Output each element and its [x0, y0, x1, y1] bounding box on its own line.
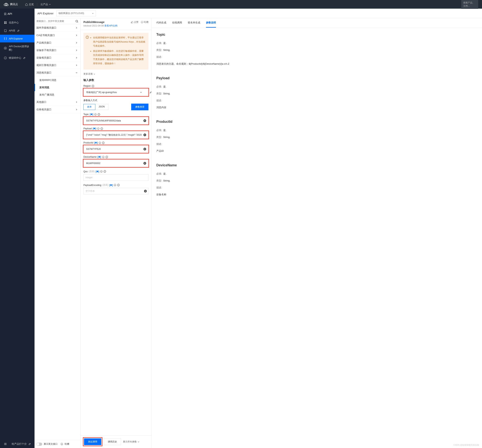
chevron-down-icon	[137, 441, 139, 443]
rate-strip[interactable]: 给产品打个分	[0, 440, 34, 448]
sidebar-item-api-doctor[interactable]: API Doctor(使用诊断)	[0, 42, 34, 54]
more-options[interactable]: 更多选项	[83, 72, 149, 76]
external-link-icon	[17, 30, 19, 32]
payloadencoding-input[interactable]	[83, 188, 149, 194]
api-list-panel: 固件升级相关接口CA证书相关接口产品相关接口设备影子相关接口设备相关接口规则引擎…	[34, 18, 80, 448]
info-icon[interactable]	[117, 184, 120, 186]
warning-line: 发起请求为敏感操作，在您进行敏感操作前，需要先完成身份验证以确保是您本人操作；该…	[93, 49, 146, 66]
menu-collapse-icon[interactable]	[4, 442, 7, 446]
clear-icon[interactable]	[143, 119, 146, 122]
sidebar-item-api-library[interactable]: API库	[0, 27, 34, 35]
api-group[interactable]: 设备相关接口	[34, 54, 80, 62]
sad-face-icon	[141, 21, 143, 24]
clear-icon[interactable]	[143, 162, 146, 165]
sad-face-icon[interactable]	[99, 142, 101, 144]
dislike-button[interactable]: 吐槽	[141, 21, 149, 24]
api-group[interactable]: 任务相关接口	[34, 106, 80, 113]
form-header: PublishMessage iotcloud 2021-04-08 查看API…	[80, 18, 151, 30]
complain-label[interactable]: 吐槽	[65, 442, 69, 446]
api-leaf[interactable]: 发布消息	[34, 84, 80, 91]
api-group[interactable]: 产品相关接口	[34, 39, 80, 47]
chevron-down-icon	[76, 72, 78, 74]
product-select[interactable]: 物联网通信 (IOTCLOUD)	[56, 11, 96, 16]
devicename-label: DeviceName [✱]	[83, 156, 149, 158]
api-leaf[interactable]: 发布RRPC消息	[34, 77, 80, 84]
doc-tab[interactable]: 签名串生成	[188, 18, 200, 28]
doc-tab[interactable]: 在线调用	[172, 18, 182, 28]
sad-face-icon[interactable]	[61, 443, 63, 445]
nav-cloud-products[interactable]: 云产品	[40, 3, 51, 6]
param-recommend-button[interactable]: 参数推荐	[131, 104, 149, 110]
api-group[interactable]: 其他接口	[34, 98, 80, 106]
param-required: 必填:是.	[156, 41, 477, 45]
param-desc-label: 描述:	[156, 186, 477, 189]
info-icon[interactable]	[105, 156, 108, 158]
param-type: 类型:String.	[156, 179, 477, 183]
region-select[interactable]: 华南地区(广州) ap-guangzhou	[84, 89, 148, 96]
param-block: DeviceName必填:是.类型:String.描述:设备名称	[156, 163, 477, 196]
nav-divider	[37, 3, 37, 6]
sidebar-item-error-codes[interactable]: 错误码中心	[0, 54, 34, 62]
invoke-button[interactable]: 发起调用	[84, 438, 101, 445]
search-icon[interactable]	[75, 20, 79, 23]
clear-icon[interactable]	[143, 133, 146, 136]
sad-face-icon[interactable]	[114, 184, 116, 186]
explorer-title: API Explorer	[37, 12, 54, 15]
topic-label: Topic [✱]	[83, 113, 149, 116]
productid-input[interactable]	[84, 146, 148, 152]
param-block: Topic必填:是.类型:String.描述:消息发往的主题。命名规则：${Pr…	[156, 33, 477, 66]
api-search-input[interactable]	[34, 18, 80, 24]
watermark: CSDN @励领智能无线实验	[454, 444, 479, 447]
edit-icon[interactable]	[150, 91, 151, 94]
sidebar-item-api-explorer[interactable]: API Explorer	[0, 35, 34, 42]
doc-tab[interactable]: 代码生成	[156, 18, 166, 28]
sad-face-icon[interactable]	[102, 156, 104, 158]
info-icon[interactable]	[102, 142, 104, 144]
topic-input[interactable]	[84, 117, 148, 124]
api-group[interactable]: 设备影子相关接口	[34, 47, 80, 54]
english-toggle[interactable]	[36, 443, 42, 446]
api-group[interactable]: CA证书相关接口	[34, 32, 80, 39]
info-icon[interactable]	[103, 170, 106, 173]
show-all-params[interactable]: 展示所有参数	[123, 440, 139, 443]
doc-tab[interactable]: 参数说明	[206, 18, 216, 28]
brand-logo[interactable]: 腾讯云	[4, 2, 18, 7]
required-mark: [✱]	[94, 141, 98, 144]
required-mark: [✱]	[98, 156, 101, 158]
devicename-input[interactable]	[84, 160, 148, 167]
info-icon[interactable]	[92, 85, 94, 87]
required-mark: [✱]	[90, 113, 93, 116]
sidebar-item-info-center[interactable]: 信息中心	[0, 19, 34, 27]
history-button[interactable]: 调用历史	[104, 438, 121, 445]
brand-text: 腾讯云	[10, 3, 18, 6]
info-icon[interactable]	[101, 128, 103, 130]
view-api-doc-link[interactable]: 查看API文档	[104, 24, 117, 27]
payloadencoding-label: PayloadEncoding (选填) [✱]	[83, 184, 149, 187]
tab-json[interactable]: JSON	[95, 104, 108, 110]
info-icon[interactable]	[98, 113, 100, 116]
param-required: 必填:是.	[156, 85, 477, 88]
clear-icon[interactable]	[143, 148, 146, 151]
region-label: Region	[83, 85, 149, 87]
external-link-icon	[29, 443, 31, 445]
sad-face-icon[interactable]	[94, 113, 97, 116]
clear-icon[interactable]	[144, 190, 147, 193]
sad-face-icon[interactable]	[97, 128, 100, 130]
qos-input[interactable]	[83, 174, 149, 181]
nav-overview[interactable]: 总览	[25, 3, 34, 6]
tab-form[interactable]: 表单	[83, 104, 95, 110]
api-group[interactable]: 消息相关接口	[34, 69, 80, 77]
api-group[interactable]: 固件升级相关接口	[34, 24, 80, 32]
payload-input[interactable]	[84, 132, 148, 138]
chevron-down-icon	[49, 3, 51, 5]
like-button[interactable]: 点赞	[131, 21, 138, 24]
param-required: 必填:是.	[156, 172, 477, 176]
param-type: 类型:String.	[156, 92, 477, 95]
thumb-up-icon	[131, 21, 133, 24]
sad-face-icon[interactable]	[100, 170, 103, 173]
play-circle-icon	[4, 47, 7, 50]
api-leaf[interactable]: 发布广播消息	[34, 91, 80, 98]
api-group[interactable]: 规则引擎相关接口	[34, 62, 80, 69]
global-search[interactable]: 搜索产品、文档...	[461, 0, 478, 9]
param-desc-label: 描述:	[156, 142, 477, 146]
